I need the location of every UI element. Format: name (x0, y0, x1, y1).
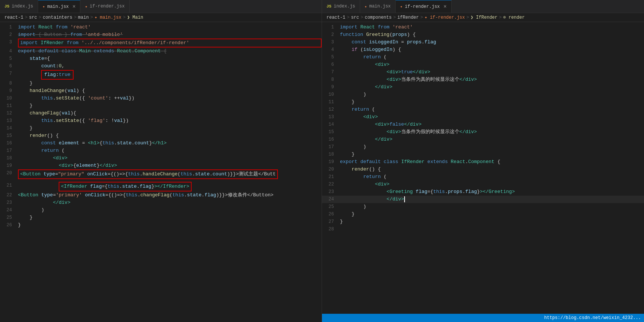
code-line-13: 13 this.setState({ 'flag': !val}) (0, 117, 322, 125)
code-line-r3: 3 const isLoggedIn = props.flag (322, 39, 644, 46)
code-line-3: 3 import IfRender from '../../components… (0, 39, 322, 47)
jsx-icon: ✦ (365, 4, 367, 9)
jsx-icon: ✦ (400, 4, 403, 9)
right-code-area[interactable]: 1 import React from 'react' 2 function G… (322, 22, 644, 314)
code-line-r21: 21 return ( (322, 173, 644, 181)
code-line-7: 7 flag:true (0, 70, 322, 80)
code-line-r15: 15 <div>当条件为假的时候显示这个</div> (322, 128, 644, 136)
tab-index-js-right[interactable]: JS index.js (322, 0, 360, 13)
code-line-r28: 28 (322, 226, 644, 233)
code-line-r5: 5 return ( (322, 53, 644, 61)
code-line-24: 24 ) (0, 206, 322, 214)
code-line-6: 6 count:0, (0, 62, 322, 70)
right-status-bar: https://blog.csdn.net/weixin_4232... (322, 314, 644, 322)
code-line-r27: 27 } (322, 218, 644, 226)
close-icon[interactable]: × (443, 4, 446, 9)
code-line-r13: 13 <div> (322, 113, 644, 121)
code-line-r24: 24 </div> (322, 196, 644, 203)
close-icon[interactable]: × (72, 4, 75, 9)
code-line-r17: 17 ) (322, 143, 644, 151)
code-line-12: 12 changeFlag(val){ (0, 110, 322, 117)
tab-main-jsx-right[interactable]: ✦ main.jsx (360, 0, 396, 13)
right-breadcrumb: react-1 > src > components > ifRender > … (322, 13, 644, 22)
tab-index-js-left[interactable]: JS index.js (0, 0, 38, 13)
code-line-r10: 10 ) (322, 91, 644, 98)
code-line-14: 14 } (0, 125, 322, 132)
left-code-content: 1 import React from 'react' 2 import { B… (0, 22, 322, 230)
code-line-1: 1 import React from 'react' (0, 24, 322, 31)
code-line-r6: 6 <div> (322, 61, 644, 68)
left-tab-bar: JS index.js ✦ main.jsx × ✦ if-render.jsx (0, 0, 322, 13)
code-line-r25: 25 ) (322, 203, 644, 211)
code-line-11: 11 } (0, 102, 322, 110)
code-line-r26: 26 } (322, 211, 644, 218)
code-line-r18: 18 } (322, 151, 644, 158)
code-line-17: 17 return ( (0, 147, 322, 154)
code-line-r2: 2 function Greeting(props) { (322, 31, 644, 39)
left-breadcrumb: react-1 > src > containters > main > ✦ m… (0, 13, 322, 22)
js-icon: JS (4, 4, 9, 9)
status-url: https://blog.csdn.net/weixin_4232... (544, 315, 641, 321)
tab-main-jsx-left[interactable]: ✦ main.jsx × (38, 0, 81, 13)
code-line-10: 10 this.setState({ 'count': ++val}) (0, 95, 322, 102)
code-line-19: 19 <div>{element}</div> (0, 162, 322, 169)
tab-label: index.js (12, 4, 33, 9)
right-tab-bar: JS index.js ✦ main.jsx ✦ if-render.jsx × (322, 0, 644, 13)
code-line-21: 21 <IfRender flag={this.state.flag}></If… (0, 182, 322, 191)
right-code-content: 1 import React from 'react' 2 function G… (322, 22, 644, 234)
code-line-r11: 11 } (322, 98, 644, 106)
tab-label: if-render.jsx (90, 4, 125, 9)
code-line-15: 15 render() { (0, 132, 322, 139)
code-line-r19: 19 export default class IfRender extends… (322, 158, 644, 166)
code-line-9: 9 handleChange(val) { (0, 87, 322, 95)
code-line-5: 5 state={ (0, 55, 322, 62)
code-line-4: 4 export default class Main extends Reac… (0, 47, 322, 55)
code-line-22: 22 <Button type='primary' onClick={()=>{… (0, 191, 322, 199)
code-line-r1: 1 import React from 'react' (322, 24, 644, 31)
code-line-25: 25 } (0, 214, 322, 221)
code-line-r22: 22 <div> (322, 181, 644, 188)
code-line-r9: 9 </div> (322, 83, 644, 91)
tab-if-render-jsx-right[interactable]: ✦ if-render.jsx × (396, 0, 452, 13)
code-line-8: 8 } (0, 80, 322, 87)
tab-label: main.jsx (369, 4, 391, 9)
code-line-r23: 23 <Greeting flag={this.props.flag}></Gr… (322, 188, 644, 196)
code-line-20: 20 <Button type="primary" onClick={()=>{… (0, 169, 322, 182)
code-line-23: 23 </div> (0, 199, 322, 206)
left-editor-panel: JS index.js ✦ main.jsx × ✦ if-render.jsx… (0, 0, 322, 322)
jsx-icon: ✦ (43, 4, 45, 9)
tab-label: main.jsx (47, 4, 69, 9)
right-editor-panel: JS index.js ✦ main.jsx ✦ if-render.jsx ×… (322, 0, 644, 322)
tab-label: if-render.jsx (405, 4, 440, 9)
code-line-2: 2 import { Button } from 'antd-mobile' (0, 31, 322, 39)
left-code-area[interactable]: 1 import React from 'react' 2 import { B… (0, 22, 322, 322)
code-line-r8: 8 <div>当条件为真的时候显示这个</div> (322, 76, 644, 83)
code-line-r12: 12 return ( (322, 106, 644, 113)
code-line-r4: 4 if (isLoggedIn) { (322, 46, 644, 53)
code-line-16: 16 const element = <h1>{this.state.count… (0, 139, 322, 147)
code-line-r14: 14 <div>false</div> (322, 121, 644, 128)
js-icon: JS (326, 4, 331, 9)
code-line-r16: 16 </div> (322, 136, 644, 143)
code-line-18: 18 <div> (0, 154, 322, 162)
tab-if-render-jsx-left[interactable]: ✦ if-render.jsx (80, 0, 129, 13)
tab-label: index.js (334, 4, 355, 9)
code-line-r20: 20 render() { (322, 166, 644, 173)
jsx-icon: ✦ (85, 4, 87, 9)
code-line-r7: 7 <div>true</div> (322, 68, 644, 76)
code-line-26: 26 } (0, 221, 322, 229)
